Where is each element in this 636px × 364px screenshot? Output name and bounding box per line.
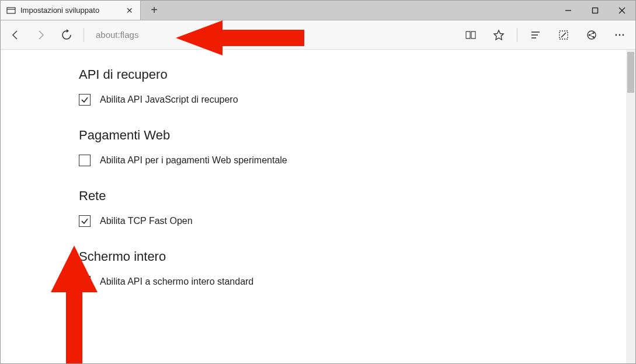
tab-close-icon[interactable]: ✕ — [125, 6, 134, 15]
scrollbar-thumb[interactable] — [627, 52, 634, 93]
window-controls — [555, 1, 635, 20]
svg-line-15 — [589, 35, 593, 37]
section-web-payments: Pagamenti Web Abilita API per i pagament… — [79, 128, 635, 166]
svg-rect-3 — [593, 8, 598, 13]
separator — [84, 28, 84, 42]
option-row: Abilita API a schermo intero standard — [79, 276, 635, 288]
checkbox-enable-tcp-fast-open[interactable] — [79, 215, 91, 227]
toolbar: about:flags — [1, 20, 635, 50]
back-button[interactable] — [6, 26, 24, 44]
svg-line-14 — [589, 33, 593, 35]
minimize-button[interactable] — [555, 1, 582, 20]
address-bar[interactable]: about:flags — [92, 30, 138, 40]
option-row: Abilita TCP Fast Open — [79, 215, 635, 227]
option-label: Abilita API a schermo intero standard — [100, 276, 253, 287]
svg-point-17 — [619, 34, 621, 36]
close-window-button[interactable] — [609, 1, 635, 20]
more-icon[interactable] — [610, 25, 630, 45]
maximize-button[interactable] — [582, 1, 609, 20]
page-icon — [6, 6, 16, 15]
hub-icon[interactable] — [526, 25, 545, 45]
section-heading: Schermo intero — [79, 249, 635, 264]
checkbox-enable-web-payments[interactable] — [79, 155, 91, 166]
new-tab-button[interactable]: + — [141, 1, 168, 20]
refresh-button[interactable] — [58, 26, 75, 44]
svg-point-18 — [623, 34, 624, 36]
section-network: Rete Abilita TCP Fast Open — [79, 188, 635, 227]
section-fullscreen: Schermo intero Abilita API a schermo int… — [79, 249, 635, 288]
browser-tab[interactable]: Impostazioni sviluppato ✕ — [1, 1, 141, 20]
share-icon[interactable] — [582, 25, 602, 45]
option-row: Abilita API JavaScript di recupero — [79, 94, 635, 106]
titlebar: Impostazioni sviluppato ✕ + — [1, 1, 635, 20]
forward-button[interactable] — [32, 26, 50, 44]
section-heading: Pagamenti Web — [79, 128, 635, 143]
separator — [517, 28, 517, 42]
section-recovery-api: API di recupero Abilita API JavaScript d… — [79, 67, 635, 106]
favorite-star-icon[interactable] — [489, 25, 509, 45]
svg-rect-0 — [7, 8, 15, 13]
option-row: Abilita API per i pagamenti Web sperimen… — [79, 155, 635, 166]
notes-icon[interactable] — [554, 25, 574, 45]
scrollbar[interactable] — [626, 50, 635, 363]
checkbox-enable-fetch-api[interactable] — [79, 94, 91, 106]
option-label: Abilita API JavaScript di recupero — [100, 94, 238, 105]
option-label: Abilita API per i pagamenti Web sperimen… — [100, 155, 287, 166]
option-label: Abilita TCP Fast Open — [100, 216, 193, 226]
section-heading: API di recupero — [79, 67, 635, 82]
svg-point-16 — [616, 34, 617, 36]
checkbox-enable-fullscreen-api[interactable] — [79, 276, 91, 288]
reading-view-icon[interactable] — [461, 25, 481, 45]
page-content: API di recupero Abilita API JavaScript d… — [1, 50, 635, 363]
section-heading: Rete — [79, 188, 635, 204]
tab-title: Impostazioni sviluppato — [20, 6, 120, 15]
